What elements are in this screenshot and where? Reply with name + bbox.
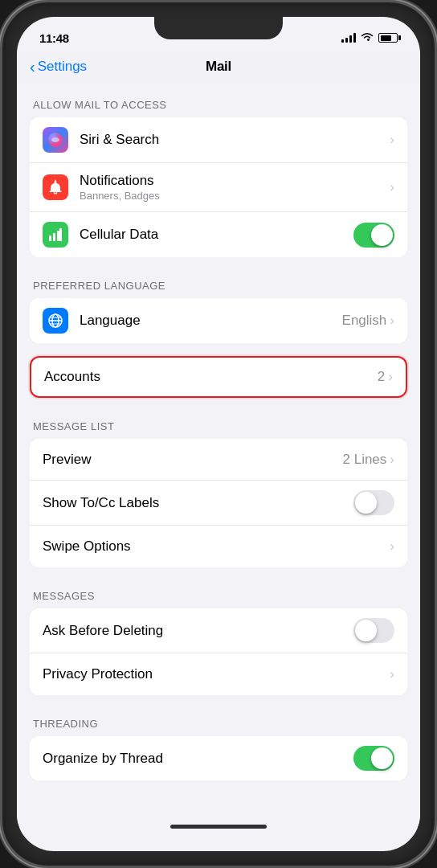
message-list-section-header: MESSAGE LIST <box>17 404 420 439</box>
swipe-options-chevron-icon: › <box>390 538 394 555</box>
threading-section-header: THREADING <box>17 702 420 736</box>
accounts-chevron-icon: › <box>388 369 393 385</box>
back-label: Settings <box>38 59 87 75</box>
privacy-protection-chevron-icon: › <box>390 666 394 682</box>
organize-by-thread-content: Organize by Thread <box>43 751 353 767</box>
messages-section-header: MESSAGES <box>17 574 420 608</box>
signal-bar-3 <box>349 35 352 43</box>
threading-group: Organize by Thread <box>30 736 407 780</box>
notifications-row[interactable]: Notifications Banners, Badges › <box>30 163 407 212</box>
ask-before-deleting-toggle-thumb <box>355 620 377 641</box>
ask-before-deleting-toggle[interactable] <box>353 618 394 643</box>
ask-before-deleting-row[interactable]: Ask Before Deleting <box>30 608 407 653</box>
allow-mail-section-header: ALLOW MAIL TO ACCESS <box>17 83 420 117</box>
organize-by-thread-row[interactable]: Organize by Thread <box>30 736 407 780</box>
show-tocc-content: Show To/Cc Labels <box>43 495 353 511</box>
language-title: Language <box>80 313 342 329</box>
message-list-group: Preview 2 Lines › Show To/Cc Labels <box>30 439 407 567</box>
volume-down-button <box>0 235 2 288</box>
page-title: Mail <box>206 59 231 75</box>
volume-up-button <box>0 171 2 223</box>
preview-chevron-icon: › <box>390 452 394 468</box>
notifications-chevron-icon: › <box>390 179 394 195</box>
show-tocc-title: Show To/Cc Labels <box>43 495 353 511</box>
siri-icon <box>43 127 68 153</box>
wifi-icon <box>361 32 374 44</box>
signal-bar-1 <box>341 39 344 43</box>
phone-screen: 11:48 <box>17 17 420 851</box>
swipe-options-title: Swipe Options <box>43 538 390 555</box>
siri-search-title: Siri & Search <box>80 132 390 148</box>
status-time: 11:48 <box>39 31 69 45</box>
navigation-bar: ‹ Settings Mail <box>17 52 420 83</box>
home-indicator[interactable] <box>170 825 267 829</box>
preferred-language-section-header: PREFERRED LANGUAGE <box>17 264 420 298</box>
swipe-options-content: Swipe Options <box>43 538 390 555</box>
show-tocc-right <box>353 490 394 515</box>
swipe-options-row[interactable]: Swipe Options › <box>30 526 407 567</box>
swipe-options-right: › <box>390 538 394 555</box>
cellular-data-title: Cellular Data <box>80 227 353 243</box>
privacy-protection-right: › <box>390 666 394 682</box>
organize-by-thread-right <box>353 746 394 771</box>
organize-by-thread-toggle[interactable] <box>353 746 394 771</box>
cellular-data-row[interactable]: Cellular Data <box>30 212 407 257</box>
cellular-data-right <box>353 223 394 248</box>
svg-rect-3 <box>53 233 55 241</box>
battery-fill <box>381 35 391 41</box>
preview-title: Preview <box>43 452 343 468</box>
preview-row[interactable]: Preview 2 Lines › <box>30 439 407 481</box>
accounts-title: Accounts <box>44 369 378 385</box>
language-chevron-icon: › <box>390 313 394 329</box>
accounts-content: Accounts <box>44 369 378 385</box>
language-icon <box>43 308 68 334</box>
svg-point-1 <box>51 137 59 142</box>
notifications-subtitle: Banners, Badges <box>80 190 390 202</box>
settings-content: ALLOW MAIL TO ACCESS <box>17 83 420 837</box>
show-tocc-row[interactable]: Show To/Cc Labels <box>30 481 407 526</box>
notifications-right: › <box>390 179 394 195</box>
ask-before-deleting-content: Ask Before Deleting <box>43 623 353 639</box>
status-icons <box>341 32 398 44</box>
language-content: Language <box>80 313 342 329</box>
signal-bar-2 <box>345 38 348 43</box>
svg-rect-5 <box>59 228 62 241</box>
battery-icon <box>378 33 398 43</box>
notifications-content: Notifications Banners, Badges <box>80 173 390 202</box>
ask-before-deleting-right <box>353 618 394 643</box>
show-tocc-toggle[interactable] <box>353 490 394 515</box>
ask-before-deleting-title: Ask Before Deleting <box>43 623 353 639</box>
preview-content: Preview <box>43 452 343 468</box>
preview-right: 2 Lines › <box>343 452 395 468</box>
signal-bars-icon <box>341 33 356 43</box>
allow-mail-group: Siri & Search › Notificati <box>30 117 407 257</box>
back-button[interactable]: ‹ Settings <box>30 59 87 75</box>
siri-search-content: Siri & Search <box>80 132 390 148</box>
siri-search-row[interactable]: Siri & Search › <box>30 117 407 163</box>
silent-switch <box>0 131 2 159</box>
back-chevron-icon: ‹ <box>30 59 35 75</box>
cellular-icon <box>43 222 68 248</box>
language-right: English › <box>342 313 394 329</box>
language-row[interactable]: Language English › <box>30 298 407 343</box>
cellular-data-toggle-thumb <box>371 224 393 246</box>
phone-frame: 11:48 <box>0 0 437 868</box>
accounts-right: 2 › <box>378 369 393 385</box>
siri-search-right: › <box>390 132 394 148</box>
svg-rect-4 <box>57 231 59 241</box>
privacy-protection-row[interactable]: Privacy Protection › <box>30 653 407 695</box>
cellular-data-content: Cellular Data <box>80 227 353 243</box>
siri-search-chevron-icon: › <box>390 132 394 148</box>
svg-rect-2 <box>49 235 51 241</box>
notch <box>154 17 283 39</box>
accounts-count: 2 <box>378 369 385 385</box>
privacy-protection-title: Privacy Protection <box>43 666 390 682</box>
show-tocc-toggle-thumb <box>355 492 377 514</box>
messages-group: Ask Before Deleting Privacy Protection › <box>30 608 407 695</box>
notifications-icon <box>43 174 68 200</box>
accounts-section: Accounts 2 › <box>30 356 407 398</box>
signal-bar-4 <box>353 33 356 43</box>
cellular-data-toggle[interactable] <box>353 223 394 248</box>
accounts-row[interactable]: Accounts 2 › <box>30 356 407 398</box>
privacy-protection-content: Privacy Protection <box>43 666 390 682</box>
